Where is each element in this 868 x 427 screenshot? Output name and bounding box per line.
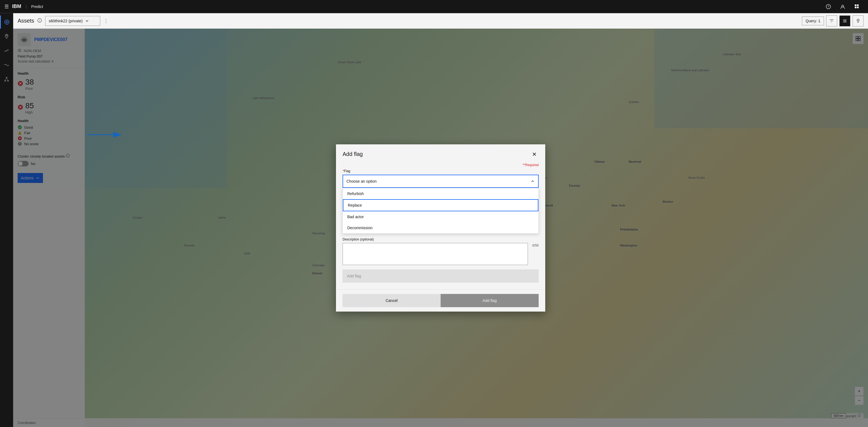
svg-point-22 (858, 20, 859, 20)
top-nav: ☰ IBM | Predict ? (0, 0, 868, 13)
menu-icon[interactable]: ☰ (4, 4, 9, 10)
user-button[interactable] (836, 0, 849, 13)
workspace-dropdown[interactable]: s60think22 (private) (45, 16, 100, 26)
required-note: **Required (336, 163, 545, 169)
char-count: 0/50 (532, 244, 539, 247)
sidebar-item-flow[interactable] (0, 58, 13, 72)
svg-text:i: i (39, 19, 40, 22)
dropdown-option-bad-actor[interactable]: Bad actor (343, 211, 538, 222)
more-options-button[interactable]: ⋮ (103, 18, 108, 24)
dropdown-option-refurbish[interactable]: Refurbish (343, 188, 538, 199)
description-input[interactable] (343, 243, 528, 265)
page-title: Assets (18, 18, 34, 24)
modal-header: Add flag ✕ (336, 144, 545, 163)
flag-dropdown-container: Choose an option Refurbish Replace Bad a… (343, 175, 539, 188)
sidebar-item-hierarchy[interactable] (0, 73, 13, 86)
assets-header: Assets i s60think22 (private) ⋮ Query: 1 (13, 13, 868, 29)
assets-info-icon[interactable]: i (37, 18, 42, 24)
content-body: Great Slave Lake Lake Athabasca Quebec N… (13, 29, 868, 427)
list-view-button[interactable] (839, 16, 850, 26)
svg-line-15 (5, 78, 7, 80)
sidebar-item-map[interactable] (0, 16, 13, 29)
description-row: Description (optional) 0/50 (343, 238, 539, 266)
modal-close-button[interactable]: ✕ (530, 150, 539, 159)
cancel-button[interactable]: Cancel (343, 294, 441, 307)
svg-point-14 (7, 80, 8, 81)
sidebar-item-location[interactable] (0, 30, 13, 43)
app-title: Predict (31, 4, 43, 9)
add-flag-inline-button: Add flag (343, 269, 539, 283)
dropdown-list: Refurbish Replace Bad actor Decommission (343, 188, 539, 234)
svg-rect-3 (855, 4, 857, 6)
flag-field-label: *Flag (343, 169, 539, 173)
modal-title: Add flag (343, 151, 363, 157)
help-button[interactable]: ? (822, 0, 835, 13)
description-label: Description (optional) (343, 238, 528, 241)
svg-line-16 (7, 78, 8, 80)
description-col: Description (optional) (343, 238, 528, 266)
add-flag-modal: Add flag ✕ **Required *Flag Choose (336, 144, 545, 312)
left-sidebar (0, 13, 13, 427)
modal-overlay: Add flag ✕ **Required *Flag Choose (13, 29, 868, 427)
map-view-button[interactable] (852, 16, 864, 26)
sidebar-item-analytics[interactable] (0, 44, 13, 57)
char-count-col: 0/50 (532, 238, 539, 266)
query-badge[interactable]: Query: 1 (802, 17, 824, 25)
svg-point-12 (6, 77, 7, 78)
svg-rect-6 (857, 7, 859, 8)
svg-point-11 (6, 35, 7, 36)
flag-dropdown[interactable]: Choose an option (343, 175, 539, 188)
nav-divider: | (26, 4, 27, 9)
dropdown-option-replace[interactable]: Replace (343, 199, 538, 211)
header-actions: Query: 1 (802, 16, 864, 26)
filter-button[interactable] (826, 16, 837, 26)
top-nav-right: ? (822, 0, 864, 13)
modal-body: *Flag Choose an option Refurbish Repla (336, 169, 545, 289)
main-area: Assets i s60think22 (private) ⋮ Query: 1 (13, 13, 868, 427)
ibm-logo: IBM (12, 4, 21, 9)
svg-point-13 (5, 80, 6, 81)
svg-text:?: ? (828, 5, 829, 8)
dropdown-option-decommission[interactable]: Decommission (343, 222, 538, 233)
dropdown-placeholder: Choose an option (346, 179, 377, 183)
modal-footer: Cancel Add flag (336, 289, 545, 312)
apps-button[interactable] (850, 0, 864, 13)
svg-rect-4 (857, 4, 859, 6)
add-flag-field: Add flag (343, 269, 539, 283)
svg-rect-5 (855, 7, 857, 8)
add-flag-submit-button[interactable]: Add flag (441, 294, 539, 307)
